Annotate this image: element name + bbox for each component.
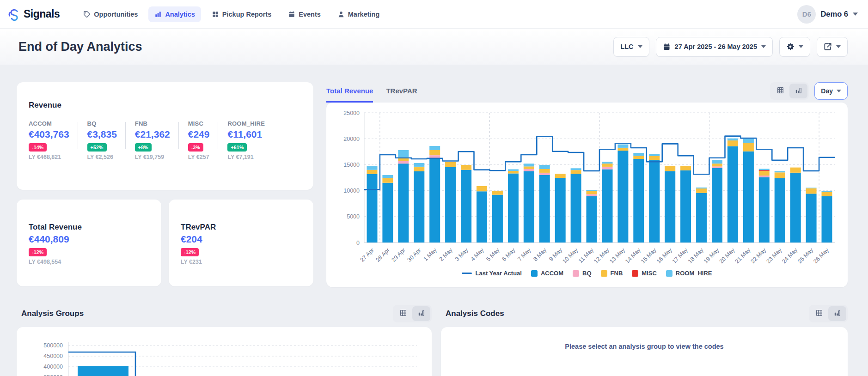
legend-item-bq[interactable]: BQ [573,270,592,277]
svg-text:21 May: 21 May [734,247,752,265]
chevron-down-icon [761,45,766,48]
summary-ly: LY €231 [181,259,301,265]
metric-change-badge: +52% [87,143,107,152]
signals-logo-icon [6,7,21,21]
tab-total-revenue[interactable]: Total Revenue [326,87,373,103]
groups-chart-view-button[interactable] [412,306,430,321]
svg-text:27 Apr: 27 Apr [359,247,375,263]
svg-text:5 May: 5 May [485,247,501,262]
date-range-label: 27 Apr 2025 - 26 May 2025 [675,43,757,50]
chevron-down-icon [799,45,803,48]
svg-text:8 May: 8 May [532,247,548,262]
table-view-button[interactable] [771,84,789,98]
brand-name: Signals [24,8,60,20]
metric-value: €3,835 [87,129,117,140]
metric-change-badge: -3% [188,143,203,152]
entity-label: LLC [620,43,633,50]
metric-divider [78,122,78,149]
chart-panel-head: Total Revenue TRevPAR Day [326,82,848,103]
metric-value: €21,362 [135,129,170,140]
metric-ly: LY €2,526 [87,154,117,160]
nav-item-pickup-reports[interactable]: Pickup Reports [206,6,277,22]
svg-text:500000: 500000 [43,342,63,349]
nav-item-events[interactable]: Events [282,6,327,22]
nav-item-label: Analytics [165,11,195,18]
nav-item-opportunities[interactable]: Opportunities [77,6,144,22]
calendar-icon [288,11,295,18]
legend-label: FNB [611,270,623,277]
svg-text:20 May: 20 May [718,247,736,265]
summary-change-badge: -12% [181,248,199,256]
analysis-groups-head: Analysis Groups [17,304,432,327]
legend-label: BQ [582,270,592,277]
metric-label: ACCOM [29,120,69,127]
codes-empty-message: Please select an analysis group to view … [441,343,848,350]
revenue-chart[interactable]: 050001000015000200002500027 Apr28 Apr29 … [332,106,840,269]
nav-item-analytics[interactable]: Analytics [148,6,201,22]
legend-item-accom[interactable]: ACCOM [531,270,563,277]
chevron-down-icon [638,45,642,48]
chart-view-button[interactable] [789,84,807,98]
legend-label: ROOM_HIRE [676,270,712,277]
column-chart-icon [795,86,802,96]
tag-icon [83,11,91,18]
metric-divider [178,122,179,149]
tab-trevpar[interactable]: TRevPAR [386,87,417,103]
metric-ly: LY €257 [188,154,210,160]
person-icon [337,11,345,18]
svg-text:29 Apr: 29 Apr [390,247,406,263]
brand-logo[interactable]: Signals [6,7,60,21]
legend-item-last-year-actual[interactable]: Last Year Actual [462,270,521,277]
export-share-button[interactable] [817,37,848,57]
entity-select-button[interactable]: LLC [613,37,649,57]
svg-text:350000: 350000 [43,374,63,376]
legend-label: ACCOM [541,270,563,277]
groups-table-view-button[interactable] [394,306,412,321]
gear-icon [786,42,795,51]
kpi-column: Revenue ACCOM€403,763-14%LY €468,821BQ€3… [17,82,313,287]
nav-item-marketing[interactable]: Marketing [331,6,386,22]
column-chart-icon [833,309,841,318]
codes-table-view-button[interactable] [810,306,828,321]
total-revenue-card: Total Revenue €440,809 -12% LY €498,554 [17,200,161,286]
granularity-select[interactable]: Day [814,82,848,100]
analysis-groups-chart[interactable]: 500000450000400000350000300000250000 [26,332,422,376]
svg-text:3 May: 3 May [454,247,470,262]
view-toggle [770,82,809,100]
summary-row: Total Revenue €440,809 -12% LY €498,554 … [17,200,313,286]
svg-text:10000: 10000 [343,188,360,194]
svg-text:18 May: 18 May [687,247,705,265]
svg-text:4 May: 4 May [470,247,485,262]
analysis-codes-card: Please select an analysis group to view … [441,327,848,376]
chart-legend: Last Year ActualACCOMBQFNBMISCROOM_HIRE [332,270,842,277]
svg-text:1 May: 1 May [422,247,438,262]
analysis-groups-panel: Analysis Groups 500000450000400000350000… [17,304,432,376]
svg-text:20000: 20000 [343,136,360,142]
svg-text:11 May: 11 May [577,247,595,265]
legend-item-room-hire[interactable]: ROOM_HIRE [666,270,712,277]
metric-value: €11,601 [227,129,265,140]
chevron-down-icon [837,90,841,92]
codes-chart-view-button[interactable] [828,306,846,321]
analysis-codes-title: Analysis Codes [441,309,504,318]
settings-button[interactable] [779,37,810,57]
metric-label: ROOM_HIRE [227,120,265,127]
chevron-down-icon [836,45,841,48]
summary-change-badge: -12% [29,248,47,256]
summary-ly: LY €498,554 [29,259,149,265]
analysis-groups-chart-card: 500000450000400000350000300000250000 [17,327,432,376]
legend-swatch [666,270,672,277]
svg-text:450000: 450000 [43,353,63,359]
avatar: D6 [797,5,816,24]
legend-item-fnb[interactable]: FNB [601,270,623,277]
svg-text:400000: 400000 [43,364,63,370]
svg-text:22 May: 22 May [750,247,768,265]
legend-item-misc[interactable]: MISC [632,270,657,277]
date-range-button[interactable]: 27 Apr 2025 - 26 May 2025 [656,37,773,57]
svg-text:6 May: 6 May [501,247,517,262]
summary-value: €440,809 [29,234,149,245]
user-name: Demo 6 [820,10,848,18]
legend-swatch [531,270,538,277]
page-title: End of Day Analytics [18,40,142,54]
user-menu[interactable]: D6 Demo 6 [797,5,858,24]
